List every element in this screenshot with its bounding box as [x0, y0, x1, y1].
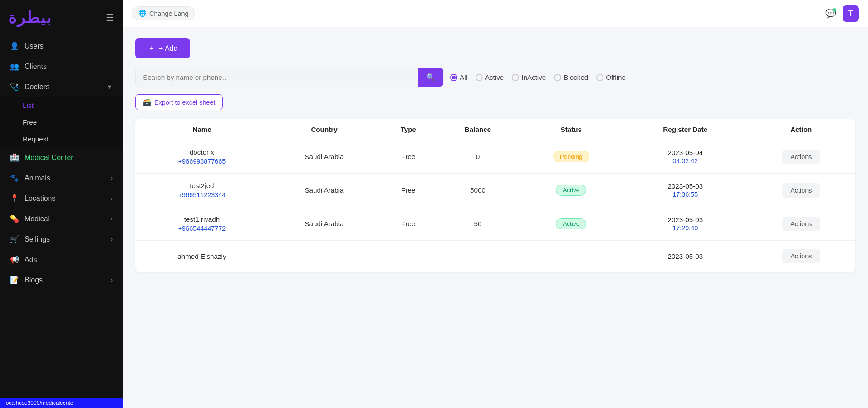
- filter-offline-label: Offline: [606, 73, 626, 81]
- filter-active[interactable]: Active: [476, 73, 504, 81]
- export-label: Export to excel sheet: [154, 99, 215, 106]
- doctors-icon: 🩺: [10, 83, 19, 91]
- locations-arrow: ›: [111, 195, 113, 202]
- search-input[interactable]: [136, 68, 418, 86]
- sidebar-nav: 👤 Users 👥 Clients 🩺 Doctors ▼ List Free: [0, 36, 123, 290]
- url-bar: localhost:3000/medicalcenter: [0, 398, 123, 408]
- filter-inactive[interactable]: InActive: [512, 73, 546, 81]
- cell-action: Actions: [747, 207, 855, 241]
- topbar: 🌐 Change Lang 💬 T: [123, 0, 868, 27]
- cell-type: Free: [380, 207, 437, 241]
- doctor-name: ahmed Elshazly: [177, 253, 226, 260]
- app-logo: بيطرة: [8, 8, 52, 27]
- actions-button[interactable]: Actions: [782, 183, 820, 198]
- blogs-arrow: ›: [111, 277, 113, 283]
- cell-date: 2023-05-03 17:36:55: [623, 174, 747, 207]
- cell-name: doctor x +966998877665: [135, 140, 269, 174]
- add-button-label: + Add: [159, 44, 177, 53]
- notif-dot: [833, 8, 836, 12]
- add-button[interactable]: ＋ + Add: [135, 38, 190, 58]
- actions-button[interactable]: Actions: [782, 217, 820, 231]
- cell-balance: 0: [437, 140, 519, 174]
- sidebar-item-locations[interactable]: 📍 Locations ›: [0, 188, 123, 209]
- filter-group: All Active InActive Blocked Offline: [450, 73, 626, 81]
- sidebar-label-list: List: [23, 102, 34, 109]
- change-lang-button[interactable]: 🌐 Change Lang: [132, 6, 195, 20]
- status-badge: Active: [556, 185, 586, 196]
- filter-inactive-radio: [512, 74, 519, 81]
- sidebar-item-medical-center[interactable]: 🏥 Medical Center: [0, 147, 123, 168]
- sidebar-item-doctors-request[interactable]: Request: [23, 131, 123, 147]
- hamburger-icon[interactable]: ☰: [106, 12, 114, 23]
- table-row: test1 riyadh +966544447772 Saudi Arabia …: [135, 207, 855, 241]
- cell-status: Active: [519, 207, 623, 241]
- search-button[interactable]: 🔍: [418, 68, 443, 87]
- actions-button[interactable]: Actions: [782, 249, 820, 263]
- export-button[interactable]: 🗃️ Export to excel sheet: [135, 94, 223, 110]
- user-avatar[interactable]: T: [843, 5, 859, 22]
- cell-date: 2023-05-03: [623, 241, 747, 272]
- doctors-submenu: List Free Request: [0, 97, 123, 147]
- cell-country: [269, 241, 380, 272]
- col-type: Type: [380, 119, 437, 140]
- cell-action: Actions: [747, 241, 855, 272]
- medical-arrow: ›: [111, 215, 113, 222]
- sidebar-item-doctors-list[interactable]: List: [23, 97, 123, 114]
- main-area: 🌐 Change Lang 💬 T ＋ + Add 🔍: [123, 0, 868, 408]
- status-badge: Pending: [553, 151, 589, 162]
- search-filter-row: 🔍 All Active InActive: [135, 68, 855, 87]
- sidebar-label-animals: Animals: [25, 174, 105, 182]
- filter-offline[interactable]: Offline: [596, 73, 626, 81]
- sidebar-item-doctors[interactable]: 🩺 Doctors ▼: [0, 77, 123, 97]
- sidebar-label-blogs: Blogs: [25, 276, 105, 284]
- doctor-phone: +966511223344: [140, 191, 264, 199]
- cell-balance: 5000: [437, 174, 519, 207]
- col-status: Status: [519, 119, 623, 140]
- sidebar-item-users[interactable]: 👤 Users: [0, 36, 123, 56]
- cell-status: [519, 241, 623, 272]
- cell-type: Free: [380, 174, 437, 207]
- animals-arrow: ›: [111, 175, 113, 181]
- cell-status: Active: [519, 174, 623, 207]
- table-icon: 🗃️: [143, 98, 151, 106]
- doctors-table: Name Country Type Balance Status Registe…: [135, 119, 855, 272]
- col-country: Country: [269, 119, 380, 140]
- sidebar-item-animals[interactable]: 🐾 Animals ›: [0, 168, 123, 188]
- cell-name: test2jed +966511223344: [135, 174, 269, 207]
- register-time: 04:02:42: [628, 157, 742, 165]
- sidebar-label-ads: Ads: [25, 256, 113, 264]
- locations-icon: 📍: [10, 194, 19, 203]
- plus-icon: ＋: [148, 44, 155, 53]
- search-icon: 🔍: [426, 73, 435, 81]
- filter-blocked[interactable]: Blocked: [554, 73, 588, 81]
- filter-blocked-radio: [554, 74, 561, 81]
- sidebar-label-medical-center: Medical Center: [25, 154, 113, 162]
- sidebar: بيطرة ☰ 👤 Users 👥 Clients 🩺 Doctors ▼ Li…: [0, 0, 123, 408]
- doctor-phone: +966544447772: [140, 225, 264, 232]
- notification-icon[interactable]: 💬: [825, 8, 836, 19]
- sidebar-label-sellings: Sellings: [25, 235, 105, 243]
- register-date: 2023-05-04: [628, 149, 742, 156]
- animals-icon: 🐾: [10, 174, 19, 182]
- sidebar-item-blogs[interactable]: 📝 Blogs ›: [0, 270, 123, 290]
- sidebar-label-doctors: Doctors: [25, 83, 101, 91]
- sidebar-item-clients[interactable]: 👥 Clients: [0, 56, 123, 77]
- table: Name Country Type Balance Status Registe…: [135, 119, 855, 272]
- sidebar-label-medical: Medical: [25, 215, 105, 223]
- sidebar-item-sellings[interactable]: 🛒 Sellings ›: [0, 229, 123, 249]
- register-date: 2023-05-03: [628, 253, 742, 260]
- cell-status: Pending: [519, 140, 623, 174]
- sidebar-item-medical[interactable]: 💊 Medical ›: [0, 209, 123, 229]
- actions-button[interactable]: Actions: [782, 150, 820, 164]
- cell-name: test1 riyadh +966544447772: [135, 207, 269, 241]
- doctor-name: doctor x: [190, 148, 214, 156]
- radio-inner: [452, 76, 456, 79]
- filter-all[interactable]: All: [450, 73, 467, 81]
- sidebar-item-ads[interactable]: 📢 Ads: [0, 249, 123, 270]
- sidebar-item-doctors-free[interactable]: Free: [23, 114, 123, 131]
- sidebar-label-request: Request: [23, 135, 49, 143]
- cell-date: 2023-05-04 04:02:42: [623, 140, 747, 174]
- filter-offline-radio: [596, 74, 603, 81]
- content-area: ＋ + Add 🔍 All Active: [123, 27, 868, 408]
- register-time: 17:36:55: [628, 191, 742, 198]
